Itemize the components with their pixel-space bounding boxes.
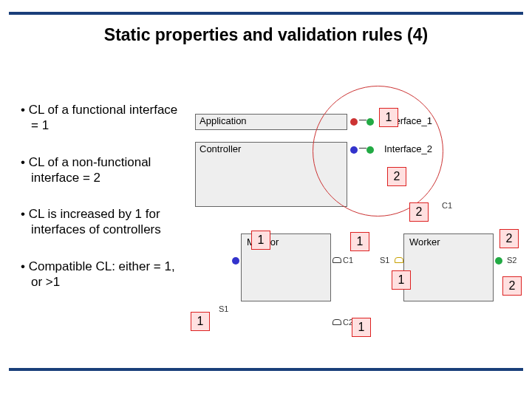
monitor-port-right	[332, 257, 341, 263]
slide-title: Static properties and validation rules (…	[0, 25, 532, 45]
s2-label: S2	[507, 256, 516, 265]
worker-label: Worker	[409, 236, 440, 248]
diagram-area: Application Interface_1 Controller Inter…	[191, 112, 522, 341]
top-rule	[9, 12, 523, 15]
bullet-2: CL of a non-functional interface = 2	[21, 154, 187, 186]
monitor-port-left	[232, 257, 239, 265]
c1-label-b: C1	[343, 256, 353, 265]
s1b-label: S1	[380, 256, 389, 265]
num-7: 1	[392, 270, 411, 290]
bullet-list: CL of a functional interface = 1 CL of a…	[21, 102, 187, 310]
s1-label: S1	[219, 304, 228, 313]
num-9: 1	[191, 312, 210, 331]
num-6: 2	[499, 229, 519, 248]
num-8: 2	[502, 276, 522, 296]
bottom-rule	[9, 368, 523, 371]
callout-circle	[313, 86, 443, 216]
num-3: 2	[409, 202, 429, 222]
num-2: 2	[387, 167, 406, 186]
bullet-4: Compatible CL: either = 1, or >1	[21, 259, 187, 290]
worker-port-right	[495, 257, 502, 265]
application-label: Application	[200, 115, 247, 126]
controller-label: Controller	[200, 143, 241, 154]
c1-label-a: C1	[442, 201, 452, 210]
monitor-port-right2	[332, 319, 341, 325]
worker-port-left	[395, 257, 403, 263]
num-5: 1	[350, 232, 369, 251]
num-4: 1	[251, 231, 270, 250]
bullet-1: CL of a functional interface = 1	[21, 102, 187, 134]
num-1: 1	[379, 108, 398, 127]
num-10: 1	[352, 318, 371, 337]
bullet-3: CL is increased by 1 for interfaces of c…	[21, 206, 187, 238]
